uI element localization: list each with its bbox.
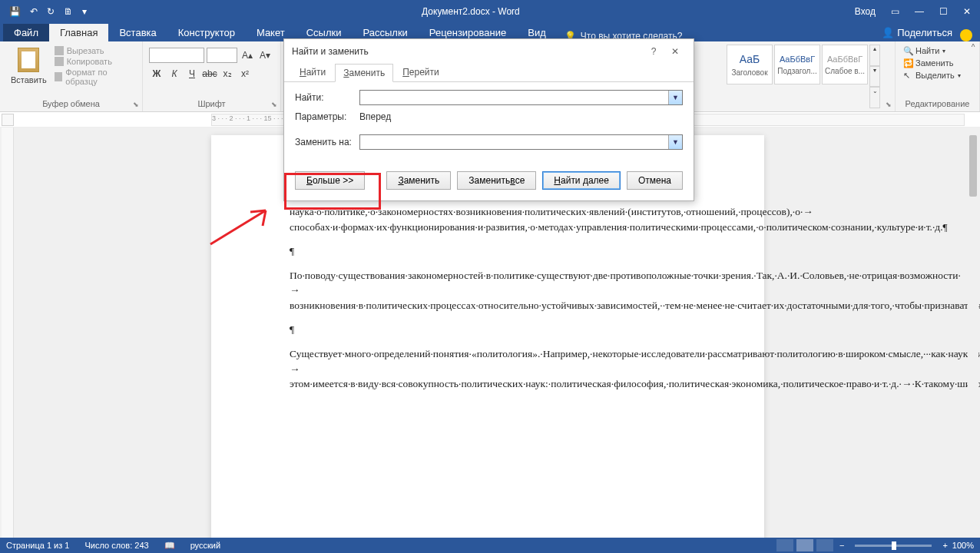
group-clipboard-label: Буфер обмена [6,98,136,108]
tab-home[interactable]: Главная [49,24,108,41]
view-print-layout[interactable] [796,539,813,551]
bold-button[interactable]: Ж [149,66,164,81]
zoom-handle[interactable] [892,541,896,550]
font-launcher[interactable]: ⬊ [270,101,279,110]
find-button[interactable]: 🔍 Найти ▾ [902,45,973,57]
feedback-icon[interactable] [960,29,972,41]
zoom-level[interactable]: 100% [952,541,974,550]
scissors-icon [55,46,64,55]
chevron-down-icon[interactable]: ▼ [668,135,682,149]
select-button[interactable]: ↖ Выделить ▾ [902,69,973,81]
clipboard-launcher[interactable]: ⬊ [131,101,141,110]
style-heading[interactable]: АаБ Заголовок [727,45,773,84]
doc-icon[interactable]: 🗎 [64,6,73,17]
tab-file[interactable]: Файл [3,24,49,41]
find-next-button[interactable]: Найти далее [542,171,621,190]
cancel-button[interactable]: Отмена [627,171,683,190]
replace-icon: 🔁 [903,58,912,68]
style-subheading[interactable]: АаБбВвГ Подзагол... [774,45,820,84]
status-words[interactable]: Число слов: 243 [84,541,148,550]
chevron-down-icon: ▾ [958,72,961,79]
find-replace-dialog: Найти и заменить ? ✕ Найти Заменить Пере… [283,38,694,201]
zoom-in-button[interactable]: + [942,541,947,550]
undo-icon[interactable]: ↶ [30,6,38,17]
subscript-button[interactable]: x₂ [220,66,235,81]
shrink-font-button[interactable]: A▾ [257,48,273,63]
params-label: Параметры: [295,111,359,122]
tab-insert[interactable]: Вставка [108,24,167,41]
paste-button[interactable]: Вставить [6,45,51,98]
styles-up-icon[interactable]: ▴ [869,45,880,66]
view-web-layout[interactable] [816,539,833,551]
styles-down-icon[interactable]: ▾ [869,66,880,88]
dialog-title-text: Найти и заменить [292,46,369,57]
vertical-ruler[interactable] [2,127,14,538]
status-page[interactable]: Страница 1 из 1 [6,541,69,550]
redo-icon[interactable]: ↻ [47,6,55,17]
quick-access-toolbar: 💾 ↶ ↻ 🗎 ▾ [0,6,87,17]
replace-all-button[interactable]: Заменить все [457,171,536,190]
italic-button[interactable]: К [167,66,182,81]
dialog-tab-replace[interactable]: Заменить [335,64,393,82]
save-icon[interactable]: 💾 [9,6,21,17]
signin-button[interactable]: Вход [855,6,876,17]
tab-design[interactable]: Конструктор [167,24,246,41]
params-value: Вперед [359,111,391,122]
replace-input[interactable]: ▼ [359,134,683,150]
grow-font-button[interactable]: A▴ [240,48,255,63]
paragraph: Существует·много·определений·понятия·«по… [290,346,687,392]
share-icon: 👤 [882,27,894,38]
titlebar: 💾 ↶ ↻ 🗎 ▾ Документ2.docx - Word Вход ▭ —… [0,0,980,23]
underline-button[interactable]: Ч [184,66,200,81]
format-painter-button[interactable]: Формат по образцу [55,68,133,86]
zoom-out-button[interactable]: − [839,541,844,550]
group-editing-label: Редактирование [902,98,973,108]
strike-button[interactable]: abc [202,66,217,81]
replace-button[interactable]: 🔁 Заменить [902,57,973,69]
cut-button[interactable]: Вырезать [55,46,133,55]
status-proofing-icon[interactable]: 📖 [164,541,175,551]
collapse-ribbon-icon[interactable]: ^ [968,43,978,54]
maximize-icon[interactable]: ☐ [939,6,948,17]
ruler-corner[interactable] [2,114,14,126]
paragraph-mark: ¶ [290,243,687,259]
find-label: Найти: [295,92,359,103]
group-clipboard: Вставить Вырезать Копировать Формат по о… [0,41,143,111]
dialog-tab-goto[interactable]: Перейти [395,64,447,81]
zoom-slider[interactable] [855,545,932,547]
cursor-icon: ↖ [903,71,912,80]
dialog-help-button[interactable]: ? [643,41,664,62]
replace-one-button[interactable]: Заменить [386,171,451,190]
share-button[interactable]: 👤 Поделиться [874,24,960,41]
font-name-combo[interactable] [149,48,204,63]
dialog-close-button[interactable]: ✕ [664,41,686,62]
paste-icon [18,48,39,72]
group-font: A▴ A▾ Ж К Ч abc x₂ x² Шрифт ⬊ [143,41,281,111]
find-input[interactable]: ▼ [359,90,683,105]
vertical-scrollbar[interactable] [968,127,978,538]
statusbar: Страница 1 из 1 Число слов: 243 📖 русски… [0,538,980,553]
group-styles: АаБ Заголовок АаБбВвГ Подзагол... АаБбВв… [720,41,896,111]
superscript-button[interactable]: x² [237,66,253,81]
status-language[interactable]: русский [190,541,220,550]
styles-launcher[interactable]: ⬊ [884,101,893,110]
minimize-icon[interactable]: — [915,6,924,17]
more-button[interactable]: Больше >> [295,171,365,190]
dialog-tab-find[interactable]: Найти [292,64,333,81]
window-title: Документ2.docx - Word [87,6,855,17]
styles-more-icon[interactable]: ⌄ [869,87,880,108]
paragraph-mark: ¶ [290,322,687,337]
chevron-down-icon[interactable]: ▼ [668,91,682,104]
paragraph: По·поводу·существования·закономерностей·… [290,268,687,313]
close-icon[interactable]: ✕ [963,6,971,17]
scrollbar-thumb[interactable] [969,135,977,197]
view-read-mode[interactable] [776,539,793,551]
copy-icon [55,57,64,66]
ribbon-display-icon[interactable]: ▭ [891,6,899,17]
font-size-combo[interactable] [207,48,237,63]
dialog-titlebar[interactable]: Найти и заменить ? ✕ [284,39,694,64]
group-font-label: Шрифт [149,98,274,108]
chevron-down-icon: ▾ [942,48,945,55]
style-weak[interactable]: АаБбВвГ Слабое в... [822,45,868,84]
copy-button[interactable]: Копировать [55,57,133,66]
